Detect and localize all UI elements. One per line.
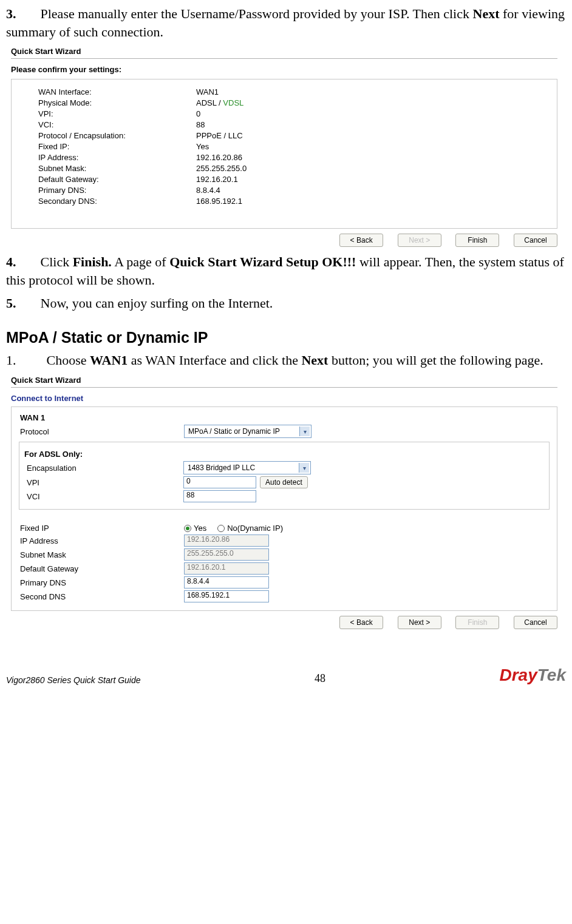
wizard-title-2: Quick Start Wizard	[11, 376, 557, 385]
encap-label: Encapsulation	[27, 464, 183, 473]
row-vpi: VPI:0	[38, 109, 548, 118]
second-dns-input[interactable]: 168.95.192.1	[184, 590, 269, 602]
divider	[11, 58, 557, 59]
ip-address-row: IP Address 192.16.20.86	[20, 535, 551, 547]
confirm-settings-label: Please confirm your settings:	[11, 65, 557, 74]
primary-dns-label: Primary DNS	[20, 578, 184, 587]
ip-address-label: IP Address	[20, 536, 184, 545]
default-gateway-label: Default Gateway	[20, 564, 184, 573]
protocol-select[interactable]: MPoA / Static or Dynamic IP ▾	[184, 425, 312, 438]
wizard-button-bar-2: < Back Next > Finish Cancel	[11, 616, 557, 629]
row-secondary-dns: Secondary DNS:168.95.192.1	[38, 197, 548, 206]
primary-dns-input[interactable]: 8.8.4.4	[184, 576, 269, 588]
encap-row: Encapsulation 1483 Bridged IP LLC ▾	[27, 461, 544, 474]
vpi-input[interactable]: 0	[183, 476, 256, 488]
draytek-logo: DrayTek	[500, 666, 566, 685]
step-5-number: 5.	[6, 295, 16, 311]
wizard-confirm-screenshot: Quick Start Wizard Please confirm your s…	[11, 47, 557, 247]
default-gateway-input[interactable]: 192.16.20.1	[184, 562, 269, 575]
chevron-down-icon: ▾	[299, 427, 310, 436]
wizard-connect-screenshot: Quick Start Wizard Connect to Internet W…	[11, 376, 557, 629]
vpi-label: VPI	[27, 478, 183, 487]
finish-button[interactable]: Finish	[455, 616, 499, 629]
fixed-ip-label: Fixed IP	[20, 524, 184, 533]
step-5: 5.Now, you can enjoy surfing on the Inte…	[6, 294, 566, 312]
cancel-button[interactable]: Cancel	[514, 234, 557, 247]
connect-to-internet-label: Connect to Internet	[11, 394, 557, 403]
row-vci: VCI:88	[38, 120, 548, 129]
protocol-row: Protocol MPoA / Static or Dynamic IP ▾	[20, 425, 551, 438]
cancel-button[interactable]: Cancel	[514, 616, 557, 629]
next-button[interactable]: Next >	[398, 616, 441, 629]
mpoa-step-1-number: 1.	[6, 352, 16, 368]
subnet-mask-input[interactable]: 255.255.255.0	[184, 548, 269, 561]
footer-guide-title: Vigor2860 Series Quick Start Guide	[6, 675, 141, 685]
second-dns-row: Second DNS 168.95.192.1	[20, 590, 551, 602]
section-mpoa-heading: MPoA / Static or Dynamic IP	[6, 329, 566, 346]
step-3-bold: Next	[473, 6, 500, 21]
step-3: 3.Please manually enter the Username/Pas…	[6, 5, 566, 41]
adsl-only-fieldset: For ADSL Only: Encapsulation 1483 Bridge…	[19, 442, 550, 510]
wizard-title: Quick Start Wizard	[11, 47, 557, 56]
row-fixed-ip: Fixed IP:Yes	[38, 142, 548, 151]
next-button[interactable]: Next >	[398, 234, 441, 247]
step-3-text-a: Please manually enter the Username/Passw…	[41, 6, 473, 21]
row-protocol-encap: Protocol / Encapsulation:PPPoE / LLC	[38, 131, 548, 140]
radio-icon	[217, 525, 225, 532]
footer-page-number: 48	[315, 672, 325, 685]
chevron-down-icon: ▾	[299, 463, 309, 473]
second-dns-label: Second DNS	[20, 592, 184, 601]
row-physical-mode: Physical Mode:ADSL / VDSL	[38, 98, 548, 107]
vci-row: VCI 88	[27, 490, 544, 502]
settings-panel: WAN Interface:WAN1 Physical Mode:ADSL / …	[11, 79, 557, 229]
row-primary-dns: Primary DNS:8.8.4.4	[38, 186, 548, 195]
subnet-mask-label: Subnet Mask	[20, 550, 184, 559]
step-3-number: 3.	[6, 6, 16, 21]
vci-input[interactable]: 88	[183, 490, 256, 502]
wizard-button-bar: < Back Next > Finish Cancel	[11, 234, 557, 247]
finish-button[interactable]: Finish	[455, 234, 499, 247]
step-4-number: 4.	[6, 254, 16, 269]
ip-address-input[interactable]: 192.16.20.86	[184, 535, 269, 547]
subnet-mask-row: Subnet Mask 255.255.255.0	[20, 548, 551, 561]
wan1-label: WAN 1	[20, 413, 551, 422]
adsl-only-label: For ADSL Only:	[24, 450, 544, 459]
page-footer: Vigor2860 Series Quick Start Guide 48 Dr…	[6, 666, 566, 685]
row-wan-interface: WAN Interface:WAN1	[38, 87, 548, 96]
fixed-ip-no-radio[interactable]: No(Dynamic IP)	[217, 524, 283, 533]
row-ip-address: IP Address:192.16.20.86	[38, 153, 548, 162]
connect-panel: WAN 1 Protocol MPoA / Static or Dynamic …	[11, 406, 557, 611]
auto-detect-button[interactable]: Auto detect	[260, 476, 308, 488]
row-subnet-mask: Subnet Mask:255.255.255.0	[38, 164, 548, 173]
divider	[11, 387, 557, 388]
step-4: 4.Click Finish. A page of Quick Start Wi…	[6, 253, 566, 289]
vci-label: VCI	[27, 492, 183, 501]
default-gateway-row: Default Gateway 192.16.20.1	[20, 562, 551, 575]
fixed-ip-yes-radio[interactable]: Yes	[184, 524, 206, 533]
row-default-gateway: Default Gateway:192.16.20.1	[38, 175, 548, 184]
back-button[interactable]: < Back	[339, 234, 383, 247]
primary-dns-row: Primary DNS 8.8.4.4	[20, 576, 551, 588]
back-button[interactable]: < Back	[339, 616, 383, 629]
radio-icon	[184, 525, 191, 532]
encap-select[interactable]: 1483 Bridged IP LLC ▾	[183, 461, 311, 474]
mpoa-step-1: 1.Choose WAN1 as WAN Interface and click…	[6, 351, 566, 369]
vpi-row: VPI 0 Auto detect	[27, 476, 544, 488]
protocol-label: Protocol	[20, 427, 184, 436]
fixed-ip-row: Fixed IP Yes No(Dynamic IP)	[20, 524, 551, 533]
